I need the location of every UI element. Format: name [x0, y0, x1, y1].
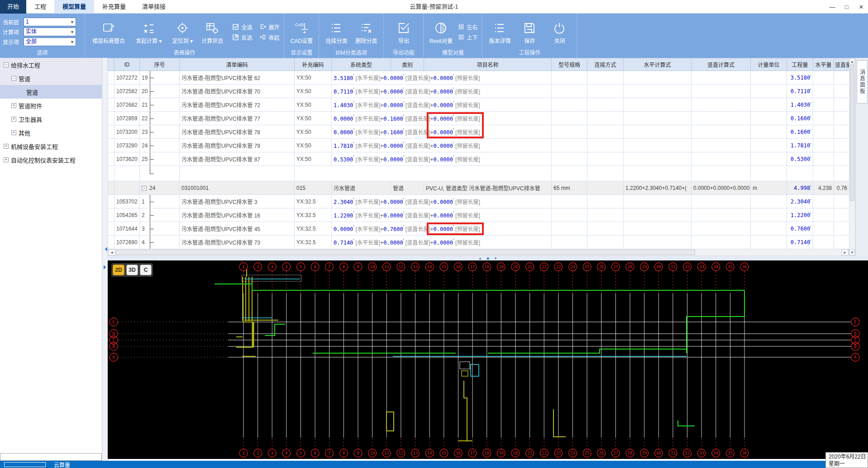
expand-rows-button[interactable]: 展开 — [260, 23, 279, 31]
close-project-button[interactable]: 关闭 — [545, 16, 574, 48]
column-header-5[interactable]: 类别 — [391, 58, 424, 71]
table-row-seq-4[interactable]: 10726904污水管道-阻燃型UPVC排水管 73YX:32.50.7140′… — [108, 236, 849, 249]
sidebar-item-3[interactable]: +管道附件 — [0, 99, 102, 112]
calc-item-select[interactable]: 实体▼ — [24, 28, 76, 36]
table-row-seq-20[interactable]: 107258220污水管道-阻燃型UPVC排水管 70YX:500.7110′ … — [108, 85, 849, 98]
column-header-8[interactable]: 连接方式 — [587, 58, 624, 71]
sidebar-item-0[interactable]: −给排水工程 — [0, 58, 102, 71]
current-floor-select[interactable]: 1▼ — [24, 18, 76, 26]
message-panel-tab[interactable]: 消息面板 — [857, 60, 868, 104]
column-header-1[interactable]: 序号 — [140, 58, 180, 71]
scroll-right-arrow[interactable]: ► — [841, 249, 849, 255]
close-button[interactable]: ✕ — [857, 4, 865, 10]
horizontal-scrollbar[interactable]: ◄ ► — [108, 249, 849, 256]
table-row-seq-3[interactable]: 10716443污水管道-阻燃型UPVC排水管 45YX:32.50.0000′… — [108, 222, 849, 236]
pie-circle-icon — [434, 19, 448, 37]
table-row-seq-21[interactable]: 107268221污水管道-阻燃型UPVC排水管 72YX:501.4030′ … — [108, 98, 849, 112]
cell-empty — [834, 166, 849, 181]
locate-to-button[interactable]: 定位到 ▾ — [168, 16, 197, 48]
expand-plus-icon[interactable]: + — [4, 157, 9, 162]
splitter-up-arrow[interactable]: ▲ — [478, 256, 482, 260]
column-header-10[interactable]: 竖直计算式 — [692, 58, 751, 71]
calc-state-button[interactable]: 计算状态 — [198, 16, 227, 48]
column-header-13[interactable]: 水平量 — [813, 58, 834, 71]
sidebar-splitter[interactable] — [102, 58, 108, 461]
vertical-scrollbar[interactable]: ▲ ▼ — [849, 58, 855, 256]
version-detail-button[interactable]: 版本详情 — [485, 16, 514, 48]
table-row-seq-24[interactable]: 107328024污水管道-阻燃型UPVC排水管 79YX:501.7810′ … — [108, 139, 849, 152]
cad-viewport[interactable]: 2D 3D C — [108, 260, 868, 459]
save-button[interactable]: 保存 — [515, 16, 544, 48]
collapse-sidebar-arrow[interactable] — [103, 247, 107, 251]
column-header-11[interactable]: 计量单位 — [751, 58, 787, 71]
svg-text:4: 4 — [285, 451, 287, 455]
collapse-minus-icon[interactable]: − — [4, 62, 9, 67]
expand-plus-icon[interactable]: + — [11, 130, 16, 135]
tab-list-hook[interactable]: 清单挂接 — [134, 0, 174, 14]
column-header-9[interactable]: 水平计算式 — [624, 58, 692, 71]
column-header-7[interactable]: 型号规格 — [552, 58, 587, 71]
tab-start[interactable]: 开始 — [0, 0, 26, 14]
cad-settings-button[interactable]: CAD CAD设置 — [287, 16, 316, 48]
sidebar-item-4[interactable]: +卫生器具 — [0, 112, 102, 126]
cell-supp-code: YX:50 — [295, 98, 332, 112]
expand-plus-icon[interactable]: + — [11, 117, 16, 122]
delete-classify-button[interactable]: 删除分类 — [352, 16, 381, 48]
scroll-left-arrow[interactable]: ◄ — [108, 249, 115, 255]
hscroll-thumb[interactable] — [116, 250, 695, 255]
grid-bubble-top-28: 28 — [626, 263, 634, 271]
table-row-seq-25[interactable]: 107362025污水管道-阻燃型UPVC排水管 87YX:500.5300′ … — [108, 152, 849, 166]
compare-top-bottom-button[interactable]: 上下 — [458, 33, 477, 41]
select-all-button[interactable]: 全选 — [233, 23, 252, 31]
cell-empty — [552, 195, 587, 208]
revit-compare-button[interactable]: Revit对量 — [426, 16, 455, 48]
tab-project[interactable]: 工程 — [26, 0, 54, 14]
column-header-2[interactable]: 清单编码 — [180, 58, 295, 71]
group-row-24[interactable]: −24031001001015污水管道管道PVC-U, 管道类型 污水管道-阻燃… — [108, 181, 849, 195]
sidebar-item-1[interactable]: −管道 — [0, 71, 102, 85]
sidebar-item-7[interactable]: +自动化控制仪表安装工程 — [0, 153, 102, 166]
column-header-6[interactable]: 项目名称 — [424, 58, 552, 71]
expand-plus-icon[interactable]: + — [4, 144, 9, 149]
display-item-select[interactable]: 全部▼ — [24, 38, 76, 46]
table-row-seq-2[interactable]: 10542652污水管道-阻燃型UPVC排水管 16YX:32.51.2200′… — [108, 208, 849, 222]
scroll-up-arrow[interactable]: ▲ — [849, 58, 855, 65]
cell-supp-code: YX:50 — [295, 71, 332, 85]
sidebar-item-2[interactable]: 管道 — [0, 85, 102, 99]
column-header-0[interactable]: ID — [114, 58, 140, 71]
invert-select-button[interactable]: 反选 — [233, 33, 252, 41]
floor-elevation-merge-button[interactable]: 楼层标高整合 — [88, 16, 129, 48]
scroll-down-arrow[interactable]: ▼ — [849, 249, 855, 255]
column-header-12[interactable]: 工程量 — [787, 58, 813, 71]
tab-model-quantity[interactable]: 模型算量 — [54, 0, 94, 14]
start-calc-button[interactable]: 发起计算 ▾ — [134, 16, 164, 48]
view-c-button[interactable]: C — [140, 265, 152, 275]
hook-classify-button[interactable]: 挂接分类 — [322, 16, 351, 48]
table-row-seq-23[interactable]: 107320023污水管道-阻燃型UPVC排水管 78YX:500.0000′ … — [108, 125, 849, 139]
view-2d-button[interactable]: 2D — [113, 265, 124, 275]
expand-plus-icon[interactable]: + — [11, 103, 16, 108]
collapse-rows-button[interactable]: 收起 — [260, 33, 279, 41]
table-row-seq-1[interactable]: 10537021污水管道-阻燃型UPVC排水管 3YX:32.52.3040′ … — [108, 195, 849, 208]
sidebar-item-5[interactable]: +其他 — [0, 126, 102, 139]
column-header-4[interactable]: 系统类型 — [332, 58, 391, 71]
table-row-seq-19[interactable]: 107227219污水管道-阻燃型UPVC排水管 62YX:503.5180′ … — [108, 71, 849, 85]
maximize-button[interactable]: □ — [843, 4, 851, 10]
cad-splitter[interactable]: ▲ ◆ ▼ — [108, 256, 868, 260]
group-collapse-icon[interactable]: − — [142, 186, 147, 191]
cad-drawing[interactable]: 1122334455667788991010111112121313141415… — [108, 260, 868, 459]
minimize-button[interactable]: — — [828, 4, 836, 10]
column-header-3[interactable]: 补充编码 — [295, 58, 332, 71]
vscroll-thumb[interactable] — [850, 65, 854, 201]
tab-supplement-quantity[interactable]: 补充算量 — [94, 0, 134, 14]
view-3d-button[interactable]: 3D — [126, 265, 138, 275]
column-header-14[interactable]: 竖直量 — [834, 58, 849, 71]
table-row-seq-22[interactable]: 107285922污水管道-阻燃型UPVC排水管 77YX:500.0000′ … — [108, 112, 849, 125]
collapse-minus-icon[interactable]: − — [11, 76, 16, 81]
sidebar-item-6[interactable]: +机械设备安装工程 — [0, 139, 102, 153]
splitter-down-arrow[interactable]: ▼ — [494, 256, 497, 260]
sidebar-filter-input[interactable] — [0, 453, 102, 461]
cell-empty — [692, 71, 751, 85]
export-button[interactable]: 导出 — [389, 16, 418, 48]
compare-left-right-button[interactable]: 左右 — [458, 23, 477, 31]
